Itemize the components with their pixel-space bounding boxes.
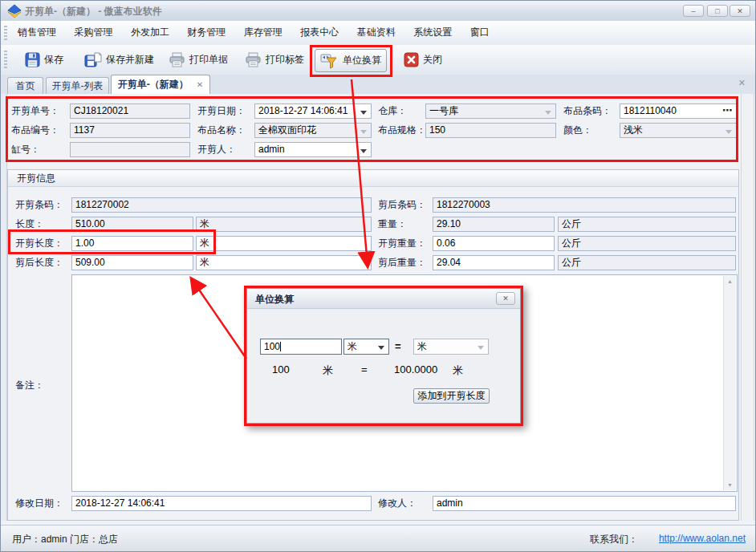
- print-label-label: 打印标签: [266, 53, 304, 67]
- unit-convert-button[interactable]: 单位换算: [315, 49, 387, 72]
- maximize-button[interactable]: □: [707, 5, 728, 17]
- tab-list-label: 开剪单-列表: [52, 80, 104, 91]
- result-from-unit: 米: [323, 363, 333, 378]
- dialog-close-icon[interactable]: ✕: [496, 292, 515, 305]
- remark-scrollbar[interactable]: ▲ ▼: [723, 276, 736, 490]
- menu-sales[interactable]: 销售管理: [10, 21, 63, 44]
- length-value: 510.00: [75, 218, 105, 229]
- website-link[interactable]: http://www.aolan.net: [659, 533, 746, 544]
- contact-label: 联系我们：: [590, 533, 638, 546]
- annotation-box-dialog: 单位换算 ✕ 100 米 = 米 100 米 = 100.0000 米 添加到开…: [244, 286, 523, 426]
- color-combo[interactable]: 浅米: [620, 123, 737, 138]
- from-unit-combo[interactable]: 米: [343, 339, 389, 355]
- amount-value: 100: [264, 341, 280, 352]
- modified-date-field[interactable]: 2018-12-27 14:06:41: [71, 496, 372, 511]
- save-button[interactable]: 保存: [20, 49, 68, 71]
- text-caret: [280, 342, 281, 351]
- warehouse-combo[interactable]: 一号库: [425, 104, 556, 119]
- menu-reports[interactable]: 报表中心: [293, 21, 346, 44]
- close-icon: [404, 52, 419, 67]
- close-window-button[interactable]: ✕: [730, 5, 750, 17]
- fabric-barcode-field[interactable]: 1812110040⋯: [620, 104, 737, 119]
- vat-no-label: 缸号：: [11, 142, 40, 157]
- add-to-cut-length-button[interactable]: 添加到开剪长度: [413, 388, 490, 404]
- close-form-button[interactable]: 关闭: [399, 49, 447, 71]
- after-length-value: 509.00: [75, 257, 105, 268]
- cut-barcode-value: 1812270002: [75, 199, 129, 210]
- menu-settings[interactable]: 系统设置: [406, 21, 459, 44]
- cutter-combo[interactable]: admin: [254, 142, 372, 157]
- length-field[interactable]: 510.00: [71, 217, 193, 232]
- menu-grip: [4, 26, 7, 40]
- app-logo-icon: [7, 4, 22, 18]
- cut-barcode-field[interactable]: 1812270002: [71, 197, 372, 213]
- product-no-value: 1137: [74, 124, 95, 136]
- product-name-combo[interactable]: 全棉双面印花: [254, 123, 372, 138]
- menu-outsource[interactable]: 外发加工: [124, 21, 177, 44]
- dialog-title-bar[interactable]: 单位换算 ✕: [247, 289, 520, 309]
- save-and-new-button[interactable]: 保存并新建: [79, 49, 159, 71]
- tab-home[interactable]: 首页: [7, 77, 43, 94]
- weight-unit: 公斤: [562, 218, 581, 229]
- to-unit-combo[interactable]: 米: [413, 339, 489, 355]
- cut-length-label: 开剪长度：: [15, 236, 63, 251]
- chevron-down-icon: [726, 130, 732, 134]
- after-length-unit-field: 米: [196, 255, 372, 270]
- cut-weight-field[interactable]: 0.06: [433, 236, 555, 251]
- scroll-up-icon[interactable]: ▲: [724, 278, 736, 284]
- window-title: 开剪单-（新建） - 傲蓝布业软件: [25, 5, 162, 18]
- vat-no-field[interactable]: [70, 142, 190, 157]
- order-no-value: CJ18120021: [74, 105, 128, 116]
- warehouse-label: 仓库：: [378, 104, 407, 119]
- product-no-field[interactable]: 1137: [70, 123, 190, 138]
- unit-convert-icon: [320, 53, 339, 69]
- chevron-down-icon[interactable]: [360, 149, 367, 153]
- toolbar-grip: [4, 51, 7, 70]
- spec-field[interactable]: 150: [425, 123, 556, 138]
- order-no-field[interactable]: CJ18120021: [70, 104, 190, 119]
- modifier-field[interactable]: admin: [433, 496, 736, 511]
- ellipsis-lookup-button[interactable]: ⋯: [722, 104, 733, 117]
- after-weight-value: 29.04: [437, 257, 461, 268]
- scroll-down-icon[interactable]: ▼: [724, 482, 736, 488]
- fabric-barcode-value: 1812110040: [624, 105, 677, 116]
- tab-cut-order-list[interactable]: 开剪单-列表: [46, 77, 109, 94]
- cut-length-field[interactable]: 1.00: [71, 236, 193, 251]
- length-unit-field: 米: [196, 217, 372, 232]
- print-label-button[interactable]: 打印标签: [240, 49, 309, 71]
- product-name-label: 布品名称：: [197, 123, 246, 138]
- tab-close-icon[interactable]: ✕: [197, 80, 203, 89]
- cut-length-value: 1.00: [75, 237, 94, 249]
- remark-label: 备注：: [15, 378, 44, 393]
- left-rail: [1, 94, 7, 521]
- to-unit-value: 米: [417, 341, 427, 352]
- cut-date-label: 开剪日期：: [197, 104, 246, 119]
- menu-purchase[interactable]: 采购管理: [67, 21, 120, 44]
- menu-basedata[interactable]: 基础资料: [350, 21, 403, 44]
- after-weight-field[interactable]: 29.04: [433, 255, 555, 270]
- print-receipt-button[interactable]: 打印单据: [164, 49, 233, 71]
- result-value: 100.0000: [394, 363, 437, 375]
- after-length-field[interactable]: 509.00: [71, 255, 193, 270]
- vertical-scrollbar[interactable]: [741, 94, 754, 521]
- cut-weight-unit: 公斤: [562, 237, 581, 249]
- spec-value: 150: [429, 124, 445, 136]
- after-barcode-field[interactable]: 1812270003: [433, 197, 736, 213]
- menu-inventory[interactable]: 库存管理: [237, 21, 290, 44]
- warehouse-value: 一号库: [429, 105, 458, 116]
- weight-field[interactable]: 29.10: [433, 217, 555, 232]
- cutter-value: admin: [258, 144, 285, 155]
- menu-finance[interactable]: 财务管理: [180, 21, 233, 44]
- cut-date-combo[interactable]: 2018-12-27 14:06:41: [254, 104, 372, 119]
- tab-cut-order-new[interactable]: 开剪单-（新建）✕: [111, 75, 210, 94]
- chevron-down-icon[interactable]: [360, 111, 367, 115]
- printer-icon: [245, 52, 262, 67]
- minimize-button[interactable]: –: [683, 5, 704, 17]
- chevron-down-icon[interactable]: [378, 346, 384, 350]
- chevron-down-icon: [360, 130, 367, 134]
- menu-window[interactable]: 窗口: [463, 21, 497, 44]
- after-length-unit: 米: [200, 257, 209, 268]
- amount-input[interactable]: 100: [260, 339, 342, 355]
- tabstrip-close-icon[interactable]: ✕: [738, 78, 746, 88]
- result-to-unit: 米: [453, 363, 463, 378]
